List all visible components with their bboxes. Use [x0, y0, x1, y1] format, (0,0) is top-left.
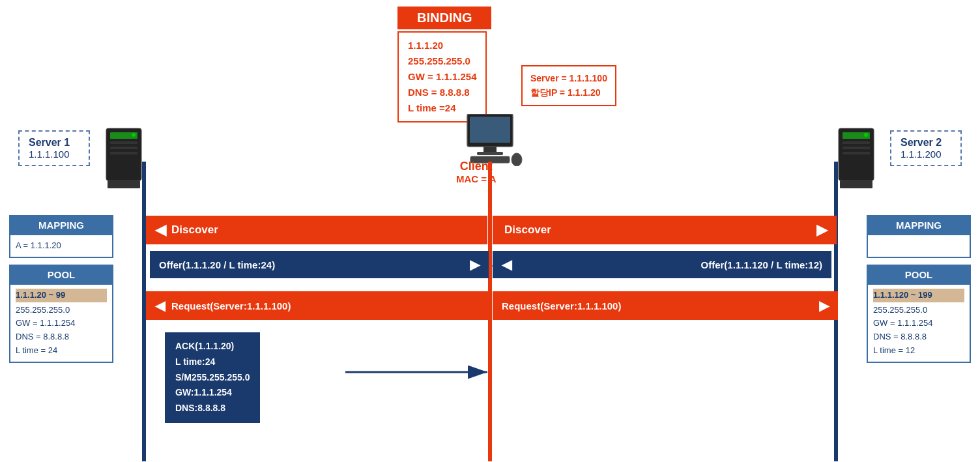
mapping-body-right [867, 235, 971, 258]
offer-left-label: Offer(1.1.1.20 / L time:24) [159, 259, 275, 270]
discover-right-box: Discover ▶ [493, 214, 837, 246]
binding-body: 1.1.1.20 255.255.255.0 GW = 1.1.1.254 DN… [397, 31, 487, 123]
mapping-section-right: MAPPING [867, 215, 971, 258]
pool-body-left: 1.1.1.20 ~ 99 255.255.255.0 GW = 1.1.1.2… [9, 285, 113, 363]
svg-rect-10 [110, 147, 137, 149]
server2-label: Server 2 1.1.1.200 [890, 130, 962, 166]
binding-note: Server = 1.1.1.100 할당IP = 1.1.1.20 [521, 65, 616, 106]
svg-rect-16 [843, 141, 870, 144]
request-left-label: Request(Server:1.1.1.100) [171, 300, 291, 311]
mapping-header-left: MAPPING [9, 215, 113, 235]
mapping-section-left: MAPPING A = 1.1.1.20 [9, 215, 113, 258]
offer-right-box: ◀ Offer(1.1.1.120 / L time:12) [493, 251, 831, 278]
request-right-label: Request(Server:1.1.1.100) [502, 300, 621, 311]
svg-rect-17 [843, 147, 870, 149]
mapping-header-right: MAPPING [867, 215, 971, 235]
svg-rect-24 [477, 152, 503, 155]
discover-right-label: Discover [504, 224, 551, 237]
svg-rect-22 [470, 117, 510, 143]
ack-box: ACK(1.1.1.20) L time:24 S/M255.255.255.0… [165, 332, 260, 423]
pool-section-left: POOL 1.1.1.20 ~ 99 255.255.255.0 GW = 1.… [9, 265, 113, 363]
svg-rect-11 [110, 152, 137, 154]
client-icon [454, 114, 526, 166]
offer-right-label: Offer(1.1.1.120 / L time:12) [701, 259, 822, 270]
binding-title: BINDING [397, 7, 491, 29]
pool-header-right: POOL [867, 265, 971, 285]
discover-left-box: ◀ Discover [146, 214, 487, 246]
left-panel: MAPPING A = 1.1.1.20 POOL 1.1.1.20 ~ 99 … [9, 215, 113, 364]
server1-icon [101, 127, 147, 189]
svg-point-19 [864, 133, 868, 137]
server2-icon [833, 127, 879, 189]
svg-rect-20 [840, 180, 872, 188]
pool-section-right: POOL 1.1.1.120 ~ 199 255.255.255.0 GW = … [867, 265, 971, 363]
request-left-box: ◀ Request(Server:1.1.1.100) [146, 291, 491, 320]
svg-rect-9 [110, 141, 137, 144]
svg-rect-23 [483, 147, 497, 152]
diagram: BINDING 1.1.1.20 255.255.255.0 GW = 1.1.… [0, 0, 980, 462]
offer-left-box: Offer(1.1.1.20 / L time:24) ▶ [150, 251, 489, 278]
server1-label: Server 1 1.1.1.100 [18, 130, 90, 166]
request-right-box: Request(Server:1.1.1.100) ▶ [493, 291, 838, 320]
pool-header-left: POOL [9, 265, 113, 285]
mapping-body-left: A = 1.1.1.20 [9, 235, 113, 258]
pool-body-right: 1.1.1.120 ~ 199 255.255.255.0 GW = 1.1.1… [867, 285, 971, 363]
svg-point-26 [512, 153, 522, 166]
svg-point-12 [132, 133, 136, 137]
svg-rect-18 [843, 152, 870, 154]
svg-rect-13 [108, 180, 140, 188]
discover-left-label: Discover [171, 224, 218, 237]
right-panel: MAPPING POOL 1.1.1.120 ~ 199 255.255.255… [867, 215, 971, 364]
